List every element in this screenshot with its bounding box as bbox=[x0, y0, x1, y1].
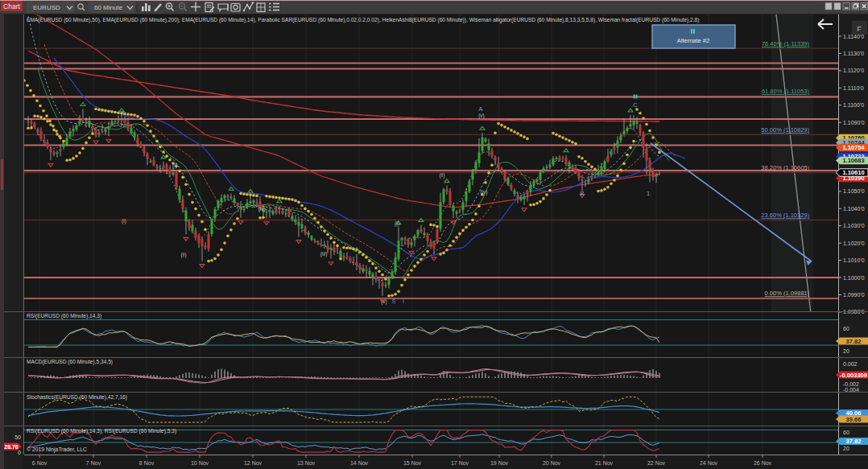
svg-text:1.1050'0: 1.1050'0 bbox=[843, 188, 865, 194]
svg-text:(i): (i) bbox=[172, 163, 177, 169]
svg-text:13 Nov: 13 Nov bbox=[297, 460, 316, 466]
svg-text:60 Minute: 60 Minute bbox=[94, 4, 123, 11]
svg-text:1.10683: 1.10683 bbox=[842, 157, 864, 164]
svg-text:50: 50 bbox=[14, 434, 21, 440]
svg-text:1.1090'0: 1.1090'0 bbox=[843, 120, 865, 125]
svg-text:RSI(EURUSD (60 Minute),14,3): RSI(EURUSD (60 Minute),14,3) bbox=[27, 313, 101, 319]
svg-text:14 Nov: 14 Nov bbox=[350, 460, 369, 466]
svg-text:1.10754: 1.10754 bbox=[842, 144, 865, 151]
svg-text:60: 60 bbox=[843, 326, 849, 331]
svg-text:61.80% (1.11053): 61.80% (1.11053) bbox=[762, 88, 810, 95]
svg-text:(iii): (iii) bbox=[320, 251, 328, 257]
svg-text:(i): (i) bbox=[122, 218, 126, 224]
svg-text:Chart: Chart bbox=[3, 2, 20, 10]
svg-text:(iv): (iv) bbox=[258, 206, 265, 212]
svg-text:12 Nov: 12 Nov bbox=[244, 460, 262, 466]
svg-text:S: S bbox=[392, 298, 396, 304]
svg-text:38.20% (1.10605): 38.20% (1.10605) bbox=[761, 164, 809, 171]
svg-text:MACD(EURUSD (60 Minute),5,34,5: MACD(EURUSD (60 Minute),5,34,5) bbox=[27, 359, 113, 365]
svg-text:(iv): (iv) bbox=[480, 189, 487, 195]
svg-text:-0.004: -0.004 bbox=[843, 387, 859, 393]
svg-text:(v): (v) bbox=[478, 113, 485, 119]
svg-text:6 Nov: 6 Nov bbox=[32, 460, 48, 466]
svg-text:1.1010'0: 1.1010'0 bbox=[843, 257, 865, 263]
svg-text:(i): (i) bbox=[395, 220, 399, 227]
svg-text:20: 20 bbox=[843, 348, 849, 354]
svg-text:1.0990'0: 1.0990'0 bbox=[843, 292, 865, 298]
svg-text:1.1120'0: 1.1120'0 bbox=[843, 68, 864, 73]
svg-text:-0.003309: -0.003309 bbox=[840, 372, 867, 379]
svg-text:F: F bbox=[857, 25, 862, 33]
svg-text:1.1100'0: 1.1100'0 bbox=[843, 102, 864, 108]
svg-text:1: 1 bbox=[647, 190, 650, 197]
svg-text:© 2019 NinjaTrader, LLC: © 2019 NinjaTrader, LLC bbox=[27, 446, 87, 453]
svg-text:1.1110'0: 1.1110'0 bbox=[843, 85, 864, 91]
svg-text:(ii): (ii) bbox=[439, 172, 444, 179]
svg-text:23.60% (1.10329): 23.60% (1.10329) bbox=[761, 212, 809, 219]
svg-text:19 Nov: 19 Nov bbox=[490, 460, 509, 466]
svg-text:0.002: 0.002 bbox=[843, 361, 858, 367]
svg-text:1.10610: 1.10610 bbox=[842, 169, 864, 176]
svg-text:1.1030'0: 1.1030'0 bbox=[843, 223, 865, 228]
svg-text:21 Nov: 21 Nov bbox=[595, 460, 614, 466]
svg-text:1.1130'0: 1.1130'0 bbox=[843, 51, 864, 56]
svg-text:A: A bbox=[478, 105, 482, 113]
svg-text:50.00% (1.10829): 50.00% (1.10829) bbox=[761, 126, 809, 134]
svg-text:1.1040'0: 1.1040'0 bbox=[843, 206, 865, 212]
svg-text:76.40% (1.11339): 76.40% (1.11339) bbox=[762, 40, 810, 47]
svg-text:C: C bbox=[633, 101, 638, 109]
svg-text:37.82: 37.82 bbox=[846, 338, 862, 345]
svg-text:Stochastics(EURUSD (60 Minute): Stochastics(EURUSD (60 Minute),42,7,16) bbox=[27, 394, 127, 401]
svg-text:39.66: 39.66 bbox=[846, 416, 862, 423]
svg-text:10 Nov: 10 Nov bbox=[191, 460, 209, 466]
svg-text:EMA(EURUSD (60 Minute),50), EM: EMA(EURUSD (60 Minute),50), EMA(EURUSD (… bbox=[27, 17, 699, 23]
svg-text:24 Nov: 24 Nov bbox=[700, 460, 718, 466]
svg-text:Alternate #2: Alternate #2 bbox=[677, 37, 709, 44]
svg-text:37.82: 37.82 bbox=[846, 438, 862, 445]
svg-text:15 Nov: 15 Nov bbox=[403, 460, 422, 466]
svg-text:20: 20 bbox=[843, 446, 849, 451]
svg-text:17 Nov: 17 Nov bbox=[451, 460, 469, 466]
svg-text:(v): (v) bbox=[381, 298, 387, 305]
svg-text:8 Nov: 8 Nov bbox=[139, 460, 155, 466]
svg-text:26 Nov: 26 Nov bbox=[754, 460, 772, 466]
svg-text:1.1140'0: 1.1140'0 bbox=[843, 34, 864, 39]
svg-text:-0.002: -0.002 bbox=[843, 381, 859, 387]
svg-text:(ii): (ii) bbox=[180, 252, 186, 258]
svg-text:0.00% (1.09881): 0.00% (1.09881) bbox=[765, 290, 810, 297]
svg-text:28.76: 28.76 bbox=[4, 444, 19, 450]
svg-text:4: 4 bbox=[122, 109, 125, 117]
svg-text:RSI(EURUSD (60 Minute),14,3),: RSI(EURUSD (60 Minute),14,3), RSI(EURUSD… bbox=[27, 428, 176, 434]
svg-text:1.1000'0: 1.1000'0 bbox=[843, 275, 865, 281]
svg-text:B: B bbox=[580, 190, 584, 197]
svg-text:1.1020'0: 1.1020'0 bbox=[843, 241, 865, 246]
svg-text:60: 60 bbox=[843, 430, 849, 435]
svg-text:20 Nov: 20 Nov bbox=[543, 460, 561, 466]
svg-text:22 Nov: 22 Nov bbox=[647, 460, 666, 466]
svg-text:7 Nov: 7 Nov bbox=[86, 460, 101, 466]
svg-text:EURUSD: EURUSD bbox=[33, 4, 60, 11]
svg-text:0: 0 bbox=[18, 450, 21, 455]
